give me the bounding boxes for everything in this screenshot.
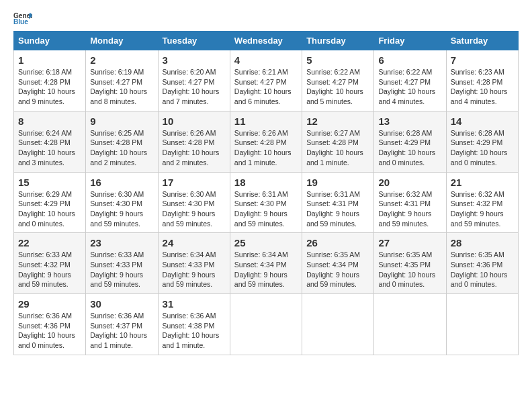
day-number: 28 xyxy=(451,237,514,248)
day-cell: 6 Sunrise: 6:22 AMSunset: 4:27 PMDayligh… xyxy=(374,50,446,111)
day-info: Sunrise: 6:34 AMSunset: 4:33 PMDaylight:… xyxy=(163,250,216,288)
day-info: Sunrise: 6:32 AMSunset: 4:31 PMDaylight:… xyxy=(378,190,432,228)
day-cell: 10 Sunrise: 6:26 AMSunset: 4:28 PMDaylig… xyxy=(158,111,230,172)
day-number: 23 xyxy=(90,237,153,248)
day-number: 22 xyxy=(18,237,81,248)
day-cell: 9 Sunrise: 6:25 AMSunset: 4:28 PMDayligh… xyxy=(86,111,158,172)
day-number: 29 xyxy=(18,298,81,310)
day-number: 4 xyxy=(234,54,298,66)
day-info: Sunrise: 6:35 AMSunset: 4:34 PMDaylight:… xyxy=(306,250,360,288)
day-info: Sunrise: 6:26 AMSunset: 4:28 PMDaylight:… xyxy=(234,129,292,167)
day-number: 6 xyxy=(378,54,441,66)
day-number: 30 xyxy=(90,298,153,310)
day-info: Sunrise: 6:24 AMSunset: 4:28 PMDaylight:… xyxy=(18,129,75,167)
col-header-monday: Monday xyxy=(86,32,158,50)
day-info: Sunrise: 6:18 AMSunset: 4:28 PMDaylight:… xyxy=(18,68,75,105)
day-cell xyxy=(446,294,518,355)
logo: General Blue xyxy=(13,11,35,26)
day-cell: 3 Sunrise: 6:20 AMSunset: 4:27 PMDayligh… xyxy=(158,50,230,111)
week-row-5: 29 Sunrise: 6:36 AMSunset: 4:36 PMDaylig… xyxy=(14,294,519,355)
day-number: 16 xyxy=(90,177,153,188)
day-info: Sunrise: 6:27 AMSunset: 4:28 PMDaylight:… xyxy=(306,129,363,167)
day-cell: 13 Sunrise: 6:28 AMSunset: 4:29 PMDaylig… xyxy=(374,111,446,172)
day-cell: 19 Sunrise: 6:31 AMSunset: 4:31 PMDaylig… xyxy=(302,172,374,233)
day-cell: 26 Sunrise: 6:35 AMSunset: 4:34 PMDaylig… xyxy=(302,233,374,294)
day-number: 17 xyxy=(163,177,226,188)
week-row-4: 22 Sunrise: 6:33 AMSunset: 4:32 PMDaylig… xyxy=(14,233,519,294)
day-number: 25 xyxy=(234,237,298,248)
day-number: 14 xyxy=(451,116,514,127)
day-info: Sunrise: 6:28 AMSunset: 4:29 PMDaylight:… xyxy=(378,129,435,167)
day-cell: 4 Sunrise: 6:21 AMSunset: 4:27 PMDayligh… xyxy=(230,50,302,111)
week-row-1: 1 Sunrise: 6:18 AMSunset: 4:28 PMDayligh… xyxy=(14,50,519,111)
day-info: Sunrise: 6:34 AMSunset: 4:34 PMDaylight:… xyxy=(234,250,288,288)
day-cell: 1 Sunrise: 6:18 AMSunset: 4:28 PMDayligh… xyxy=(14,50,86,111)
day-number: 10 xyxy=(163,116,226,127)
day-cell: 31 Sunrise: 6:36 AMSunset: 4:38 PMDaylig… xyxy=(158,294,230,355)
day-cell xyxy=(374,294,446,355)
day-number: 1 xyxy=(18,54,81,66)
day-number: 15 xyxy=(18,177,81,188)
svg-text:Blue: Blue xyxy=(13,18,28,26)
day-cell: 16 Sunrise: 6:30 AMSunset: 4:30 PMDaylig… xyxy=(86,172,158,233)
day-number: 7 xyxy=(451,54,514,66)
day-number: 20 xyxy=(378,177,441,188)
day-cell: 27 Sunrise: 6:35 AMSunset: 4:35 PMDaylig… xyxy=(374,233,446,294)
col-header-wednesday: Wednesday xyxy=(230,32,302,50)
day-number: 5 xyxy=(306,54,369,66)
day-number: 8 xyxy=(18,116,81,127)
day-info: Sunrise: 6:30 AMSunset: 4:30 PMDaylight:… xyxy=(163,190,216,228)
day-info: Sunrise: 6:31 AMSunset: 4:31 PMDaylight:… xyxy=(306,190,360,228)
day-number: 12 xyxy=(306,116,369,127)
day-cell: 25 Sunrise: 6:34 AMSunset: 4:34 PMDaylig… xyxy=(230,233,302,294)
col-header-tuesday: Tuesday xyxy=(158,32,230,50)
day-number: 19 xyxy=(306,177,369,188)
day-info: Sunrise: 6:30 AMSunset: 4:30 PMDaylight:… xyxy=(90,190,144,228)
header: General Blue xyxy=(13,11,519,26)
day-cell: 15 Sunrise: 6:29 AMSunset: 4:29 PMDaylig… xyxy=(14,172,86,233)
day-number: 21 xyxy=(451,177,514,188)
day-number: 11 xyxy=(234,116,298,127)
week-row-3: 15 Sunrise: 6:29 AMSunset: 4:29 PMDaylig… xyxy=(14,172,519,233)
day-cell: 23 Sunrise: 6:33 AMSunset: 4:33 PMDaylig… xyxy=(86,233,158,294)
week-row-2: 8 Sunrise: 6:24 AMSunset: 4:28 PMDayligh… xyxy=(14,111,519,172)
day-info: Sunrise: 6:35 AMSunset: 4:36 PMDaylight:… xyxy=(451,250,508,288)
day-cell: 21 Sunrise: 6:32 AMSunset: 4:32 PMDaylig… xyxy=(446,172,518,233)
day-info: Sunrise: 6:33 AMSunset: 4:32 PMDaylight:… xyxy=(18,250,72,288)
day-cell: 5 Sunrise: 6:22 AMSunset: 4:27 PMDayligh… xyxy=(302,50,374,111)
day-cell: 8 Sunrise: 6:24 AMSunset: 4:28 PMDayligh… xyxy=(14,111,86,172)
day-cell: 20 Sunrise: 6:32 AMSunset: 4:31 PMDaylig… xyxy=(374,172,446,233)
day-info: Sunrise: 6:23 AMSunset: 4:28 PMDaylight:… xyxy=(451,68,508,105)
day-cell: 29 Sunrise: 6:36 AMSunset: 4:36 PMDaylig… xyxy=(14,294,86,355)
day-cell xyxy=(230,294,302,355)
day-info: Sunrise: 6:36 AMSunset: 4:36 PMDaylight:… xyxy=(18,312,75,349)
col-header-saturday: Saturday xyxy=(446,32,518,50)
day-cell: 17 Sunrise: 6:30 AMSunset: 4:30 PMDaylig… xyxy=(158,172,230,233)
day-cell: 12 Sunrise: 6:27 AMSunset: 4:28 PMDaylig… xyxy=(302,111,374,172)
day-cell: 30 Sunrise: 6:36 AMSunset: 4:37 PMDaylig… xyxy=(86,294,158,355)
day-info: Sunrise: 6:31 AMSunset: 4:30 PMDaylight:… xyxy=(234,190,288,228)
day-cell: 11 Sunrise: 6:26 AMSunset: 4:28 PMDaylig… xyxy=(230,111,302,172)
day-number: 26 xyxy=(306,237,369,248)
day-number: 13 xyxy=(378,116,441,127)
day-cell: 14 Sunrise: 6:28 AMSunset: 4:29 PMDaylig… xyxy=(446,111,518,172)
day-info: Sunrise: 6:19 AMSunset: 4:27 PMDaylight:… xyxy=(90,68,147,105)
day-cell: 28 Sunrise: 6:35 AMSunset: 4:36 PMDaylig… xyxy=(446,233,518,294)
day-info: Sunrise: 6:22 AMSunset: 4:27 PMDaylight:… xyxy=(378,68,435,105)
col-header-sunday: Sunday xyxy=(14,32,86,50)
day-number: 27 xyxy=(378,237,441,248)
day-cell: 22 Sunrise: 6:33 AMSunset: 4:32 PMDaylig… xyxy=(14,233,86,294)
day-info: Sunrise: 6:26 AMSunset: 4:28 PMDaylight:… xyxy=(163,129,220,167)
day-cell: 2 Sunrise: 6:19 AMSunset: 4:27 PMDayligh… xyxy=(86,50,158,111)
day-number: 2 xyxy=(90,54,153,66)
day-cell: 24 Sunrise: 6:34 AMSunset: 4:33 PMDaylig… xyxy=(158,233,230,294)
day-info: Sunrise: 6:21 AMSunset: 4:27 PMDaylight:… xyxy=(234,68,292,105)
day-info: Sunrise: 6:29 AMSunset: 4:29 PMDaylight:… xyxy=(18,190,75,228)
col-header-thursday: Thursday xyxy=(302,32,374,50)
day-number: 3 xyxy=(163,54,226,66)
day-info: Sunrise: 6:36 AMSunset: 4:37 PMDaylight:… xyxy=(90,312,147,349)
day-info: Sunrise: 6:22 AMSunset: 4:27 PMDaylight:… xyxy=(306,68,363,105)
calendar-table: SundayMondayTuesdayWednesdayThursdayFrid… xyxy=(13,31,519,355)
day-info: Sunrise: 6:32 AMSunset: 4:32 PMDaylight:… xyxy=(451,190,504,228)
day-info: Sunrise: 6:25 AMSunset: 4:28 PMDaylight:… xyxy=(90,129,147,167)
